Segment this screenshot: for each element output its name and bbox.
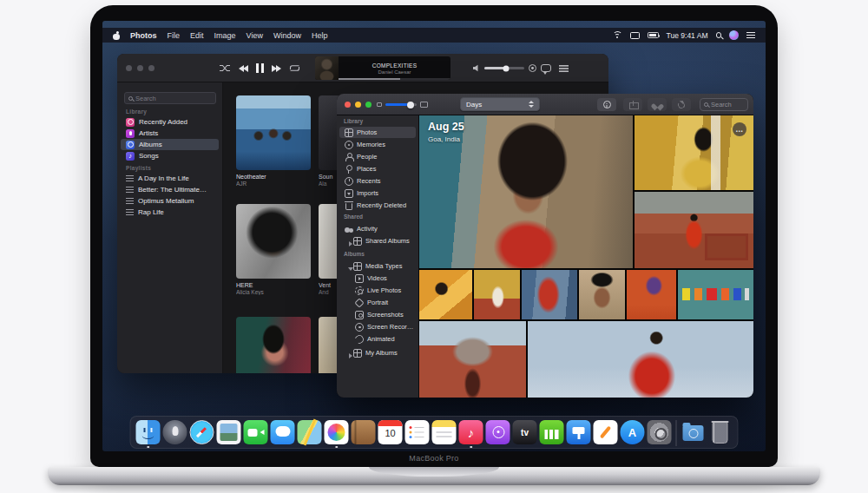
shuffle-icon[interactable]	[220, 64, 231, 72]
dock-trash[interactable]	[708, 420, 733, 446]
minimize-button[interactable]	[137, 65, 143, 71]
dock-launchpad[interactable]	[163, 420, 187, 446]
playlist-optimus-metallum[interactable]: Optimus Metallum	[121, 195, 219, 207]
repeat-icon[interactable]	[289, 64, 300, 72]
dock-facetime[interactable]	[244, 420, 268, 446]
airplay-audio-icon[interactable]	[529, 64, 536, 72]
playlist-rap-life[interactable]: Rap Life	[121, 207, 219, 218]
dock-maps[interactable]	[298, 420, 322, 446]
photo-purple-pants[interactable]	[627, 270, 676, 319]
album-artist[interactable]: AJR	[236, 181, 311, 187]
dock-tv[interactable]: tv	[513, 420, 537, 446]
sidebar-item-screen-recordings[interactable]: Screen Recor…	[339, 321, 416, 332]
menu-image[interactable]: Image	[214, 31, 236, 40]
photo-red-sari-blue[interactable]	[522, 270, 577, 319]
close-button[interactable]	[345, 102, 351, 108]
album-art-here[interactable]	[236, 204, 311, 279]
menu-file[interactable]: File	[168, 31, 181, 40]
album-title[interactable]: HERE	[236, 282, 311, 288]
minimize-button[interactable]	[355, 102, 361, 108]
dock-keynote[interactable]	[567, 420, 591, 446]
dock-app-store[interactable]: A	[621, 420, 645, 446]
sidebar-item-shared-albums[interactable]: Shared Albums	[339, 235, 416, 246]
zoom-button[interactable]	[365, 102, 372, 108]
progress-bar[interactable]	[339, 78, 450, 80]
sidebar-item-recently-deleted[interactable]: Recently Deleted	[339, 200, 416, 211]
photo-orange-headscarf[interactable]	[419, 270, 472, 319]
spotlight-icon[interactable]	[716, 32, 722, 38]
sidebar-item-my-albums[interactable]: My Albums	[339, 347, 416, 358]
favorite-button[interactable]	[648, 98, 667, 111]
menu-window[interactable]: Window	[273, 31, 301, 40]
menu-app-name[interactable]: Photos	[130, 31, 157, 40]
siri-icon[interactable]	[729, 30, 739, 40]
lyrics-bubble-icon[interactable]	[541, 64, 551, 72]
menu-help[interactable]: Help	[312, 31, 328, 40]
dock-pages[interactable]	[594, 420, 618, 446]
sidebar-item-photos[interactable]: Photos	[339, 127, 416, 138]
playlist-a-day-in-the-life[interactable]: A Day In the Life	[121, 173, 219, 184]
now-playing-lcd[interactable]: COMPLEXITIES Daniel Caesar	[315, 56, 450, 80]
sidebar-item-videos[interactable]: Videos	[339, 273, 416, 284]
dock-reminders[interactable]	[405, 420, 430, 446]
apple-menu-icon[interactable]	[113, 31, 120, 40]
share-button[interactable]	[623, 98, 642, 111]
album-artist[interactable]: Alicia Keys	[236, 289, 311, 295]
dock-contacts[interactable]	[352, 420, 376, 446]
sidebar-item-albums[interactable]: Albums	[121, 139, 219, 150]
menu-edit[interactable]: Edit	[190, 31, 204, 40]
dock-calendar[interactable]: 10	[378, 420, 403, 446]
album-art-duotone[interactable]	[236, 317, 311, 373]
photo-dancer-white[interactable]	[474, 270, 520, 319]
dock-messages[interactable]	[271, 420, 295, 446]
view-selector-dropdown[interactable]: Days	[460, 97, 540, 111]
volume-slider[interactable]	[484, 67, 524, 69]
sidebar-item-activity[interactable]: Activity	[339, 223, 416, 234]
screen-mirroring-icon[interactable]	[630, 32, 640, 39]
photo-man-portrait[interactable]	[579, 270, 625, 319]
sidebar-item-screenshots[interactable]: Screenshots	[339, 309, 416, 320]
sidebar-item-media-types[interactable]: Media Types	[339, 260, 416, 272]
sidebar-item-animated[interactable]: Animated	[339, 333, 416, 345]
dock-notes[interactable]	[432, 420, 457, 446]
dock-downloads[interactable]	[681, 420, 706, 446]
sidebar-item-artists[interactable]: Artists	[121, 128, 219, 139]
dock-system-preferences[interactable]	[648, 420, 672, 446]
playlist-better-the-ultimate[interactable]: Better: The Ultimate…	[121, 184, 219, 195]
dock-safari[interactable]	[190, 420, 214, 446]
zoom-button[interactable]	[148, 65, 155, 71]
dock-podcasts[interactable]	[486, 420, 510, 446]
photos-search-field[interactable]	[700, 98, 748, 111]
info-button[interactable]	[597, 98, 616, 111]
more-options-button[interactable]: …	[733, 122, 746, 136]
dock-music[interactable]: ♪	[459, 420, 483, 446]
pause-icon[interactable]	[256, 63, 264, 73]
album-art-neotheater[interactable]	[236, 95, 311, 170]
sidebar-item-live-photos[interactable]: Live Photos	[339, 285, 416, 296]
photo-clothesline[interactable]	[678, 270, 753, 319]
menu-clock[interactable]: Tue 9:41 AM	[667, 31, 708, 40]
photos-search-input[interactable]	[711, 101, 744, 108]
menu-view[interactable]: View	[247, 31, 263, 40]
sidebar-item-imports[interactable]: Imports	[339, 187, 416, 199]
photo-monument[interactable]	[419, 321, 526, 398]
close-button[interactable]	[126, 65, 132, 71]
sidebar-item-recents[interactable]: Recents	[339, 175, 416, 187]
rotate-button[interactable]	[672, 98, 691, 111]
next-icon[interactable]	[272, 65, 281, 72]
notification-center-icon[interactable]	[746, 32, 755, 39]
sidebar-item-people[interactable]: People	[339, 151, 416, 162]
sidebar-item-recently-added[interactable]: Recently Added	[121, 116, 219, 128]
up-next-icon[interactable]	[559, 65, 569, 72]
dock-preview[interactable]	[217, 420, 241, 446]
previous-icon[interactable]	[239, 65, 248, 72]
music-search-input[interactable]	[135, 95, 212, 102]
battery-icon[interactable]	[648, 32, 659, 38]
wifi-icon[interactable]	[613, 31, 622, 39]
sidebar-item-songs[interactable]: ♪Songs	[121, 150, 219, 161]
dock-finder[interactable]	[136, 420, 161, 446]
zoom-slider-knob[interactable]	[407, 102, 414, 108]
sidebar-item-memories[interactable]: Memories	[339, 139, 416, 150]
music-search-field[interactable]	[124, 92, 216, 104]
sidebar-item-places[interactable]: Places	[339, 163, 416, 174]
